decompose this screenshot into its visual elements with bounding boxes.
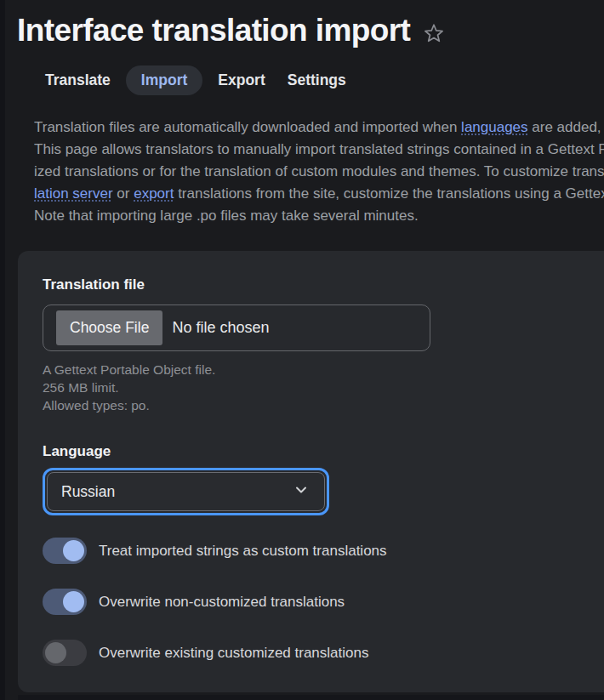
language-select-focus-ring: Russian (43, 468, 329, 515)
favorite-star-icon[interactable] (423, 22, 445, 44)
languages-link[interactable]: languages (461, 119, 527, 135)
page-title: Interface translation import (17, 10, 604, 51)
chevron-down-icon (293, 482, 309, 501)
description-text: or (113, 185, 134, 202)
description-line: lation server or export translations fro… (34, 183, 604, 205)
toggle-row-overwrite-noncustomized: Overwrite non-customized translations (43, 589, 604, 615)
description-text: translations from the site, customize th… (174, 185, 604, 202)
import-form-card: Translation file Choose File No file cho… (18, 251, 604, 692)
translation-server-link[interactable]: lation server (34, 185, 113, 202)
description-text: ized translations or for the translation… (34, 163, 604, 179)
page-description: Translation files are automatically down… (34, 117, 604, 227)
card-bottom-shadow (18, 695, 604, 700)
language-label: Language (43, 443, 604, 460)
description-text: Note that importing large .po files may … (34, 208, 419, 224)
translation-file-label: Translation file (43, 276, 604, 293)
help-line-size-limit: 256 MB limit. (43, 378, 604, 396)
file-chosen-status: No file chosen (172, 319, 269, 337)
tab-export[interactable]: Export (207, 65, 276, 95)
tab-settings[interactable]: Settings (276, 65, 357, 95)
description-line: This page allows translators to manually… (34, 139, 604, 161)
toggle-knob (45, 642, 66, 663)
toggle-label: Overwrite non-customized translations (99, 594, 345, 611)
toggle-row-overwrite-customized: Overwrite existing customized translatio… (43, 640, 604, 666)
overwrite-noncustomized-toggle[interactable] (43, 589, 87, 615)
help-line-allowed-types: Allowed types: po. (43, 396, 604, 414)
file-field-help: A Gettext Portable Object file. 256 MB l… (43, 361, 604, 414)
secondary-tabs: Translate Import Export Settings (34, 65, 604, 95)
help-line-filetype: A Gettext Portable Object file. (43, 361, 604, 378)
toggle-label: Overwrite existing customized translatio… (99, 645, 368, 662)
language-select-value: Russian (61, 483, 115, 501)
tab-import[interactable]: Import (126, 65, 202, 95)
page-header: Interface translation import Translate I… (0, 0, 604, 227)
description-line: ized translations or for the translation… (34, 161, 604, 183)
toggle-knob (63, 591, 84, 612)
toggle-knob (63, 540, 84, 561)
tab-translate[interactable]: Translate (34, 65, 122, 95)
description-text: Translation files are automatically down… (34, 119, 461, 135)
toggle-label: Treat imported strings as custom transla… (99, 543, 387, 560)
export-link[interactable]: export (134, 185, 174, 202)
description-text: are added, or w (528, 119, 604, 135)
description-line: Note that importing large .po files may … (34, 205, 604, 227)
description-text: This page allows translators to manually… (34, 141, 604, 157)
translation-file-input[interactable]: Choose File No file chosen (43, 304, 430, 351)
window-edge-strip (0, 0, 5, 700)
language-select[interactable]: Russian (47, 472, 325, 511)
page-title-text: Interface translation import (17, 10, 410, 51)
choose-file-button[interactable]: Choose File (56, 310, 162, 345)
toggle-row-custom-translations: Treat imported strings as custom transla… (43, 538, 604, 564)
custom-translations-toggle[interactable] (43, 538, 87, 564)
description-line: Translation files are automatically down… (34, 117, 604, 139)
overwrite-customized-toggle[interactable] (43, 640, 87, 666)
